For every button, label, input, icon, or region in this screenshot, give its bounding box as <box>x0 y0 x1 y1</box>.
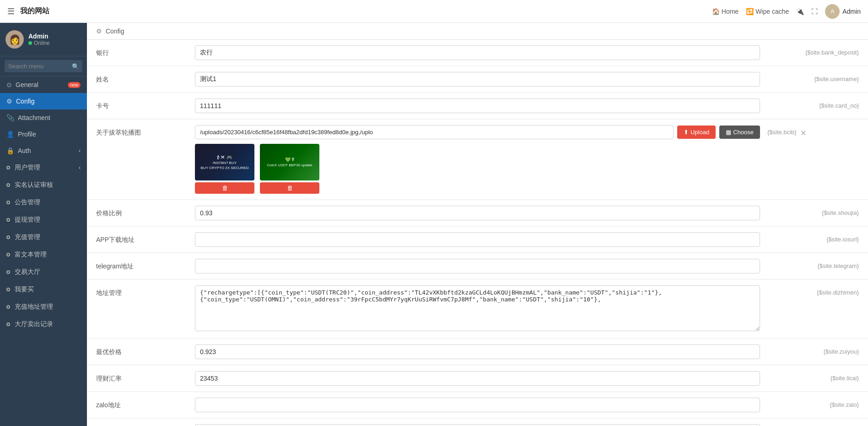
sidebar-item-withdrawal[interactable]: 提现管理 <box>0 211 87 229</box>
delete-image-1-button[interactable]: 🗑 <box>195 182 254 194</box>
telegram-label: telegram地址 <box>96 259 188 271</box>
sidebar-item-auth[interactable]: 🔒 Auth ‹ <box>0 142 87 159</box>
circle-icon <box>6 166 10 169</box>
bank-input[interactable] <box>195 45 760 60</box>
sidebar-item-label: 实名认证审核 <box>15 181 53 189</box>
sidebar-item-recharge-addr[interactable]: 充值地址管理 <box>0 298 87 316</box>
guarantee-input[interactable] <box>195 424 760 426</box>
image-placeholder-1: ₿ ✕ 🎮 INSTANT BUYBUY CRYPTO 2X SECURED <box>195 144 254 180</box>
search-input[interactable] <box>5 60 82 72</box>
sidebar-item-label: General <box>16 81 38 88</box>
name-hint: {$site.username} <box>767 72 859 82</box>
sidebar-item-general[interactable]: ⊙ General new <box>0 76 87 93</box>
sidebar-item-buy[interactable]: 我要买 <box>0 281 87 298</box>
address-textarea[interactable]: {"rechargetype":[{"coin_type":"USDT(TRC2… <box>195 285 760 331</box>
finance-rate-field <box>195 371 760 386</box>
app-body: 👩 Admin Online 🔍 ⊙ General new ⚙ Con <box>0 23 868 426</box>
telegram-field <box>195 259 760 273</box>
circle-icon <box>6 253 10 257</box>
banner-label: 关于拔萃轮播图 <box>96 125 188 137</box>
finance-rate-label: 理财汇率 <box>96 371 188 383</box>
sidebar-item-label: 富文本管理 <box>15 251 47 259</box>
sidebar-item-label: 提现管理 <box>15 216 40 224</box>
navbar: ☰ 我的网站 🏠 Home 🔁 Wipe cache 🔌 ⛶ A Admin <box>0 0 868 23</box>
best-price-field <box>195 344 760 359</box>
sidebar-item-label: Auth <box>18 147 31 154</box>
bank-hint: {$site.bank_deposit} <box>767 45 859 56</box>
sidebar-item-label: 我要买 <box>15 285 34 294</box>
form-row-guarantee: 保证金比例 {$site.baobi} <box>87 419 868 426</box>
image-thumb-2: 💚 ₮ CoinX USDT BEP20 update <box>260 144 319 180</box>
name-field <box>195 72 760 87</box>
price-input[interactable] <box>195 206 760 220</box>
file-path-input[interactable] <box>195 125 674 139</box>
zalo-input[interactable] <box>195 398 760 412</box>
telegram-input[interactable] <box>195 259 760 273</box>
new-badge: new <box>68 82 81 88</box>
best-price-input[interactable] <box>195 344 760 359</box>
general-icon: ⊙ <box>6 81 12 88</box>
best-price-hint: {$site.zuiyou} <box>767 344 859 355</box>
sidebar-item-announcement[interactable]: 公告管理 <box>0 194 87 211</box>
sidebar-item-richtext[interactable]: 富文本管理 <box>0 246 87 263</box>
delete-image-2-button[interactable]: 🗑 <box>260 182 319 194</box>
sidebar-item-label: Config <box>16 98 34 105</box>
navbar-right: 🏠 Home 🔁 Wipe cache 🔌 ⛶ A Admin <box>712 4 861 19</box>
puzzle-icon[interactable]: 🔌 <box>796 8 804 15</box>
card-input[interactable] <box>195 98 760 113</box>
upload-button[interactable]: ⬆ Upload <box>677 126 716 139</box>
circle-icon <box>6 218 10 222</box>
image-item-1: ₿ ✕ 🎮 INSTANT BUYBUY CRYPTO 2X SECURED 🗑 <box>195 144 254 194</box>
sidebar-item-kyc[interactable]: 实名认证审核 <box>0 176 87 194</box>
sidebar-item-label: 公告管理 <box>15 198 40 207</box>
bank-label: 银行 <box>96 45 188 57</box>
sidebar-item-label: Profile <box>18 131 36 138</box>
sidebar-item-profile[interactable]: 👤 Profile <box>0 126 87 142</box>
name-input[interactable] <box>195 72 760 87</box>
file-input-row: ⬆ Upload ▦ Choose <box>195 125 760 139</box>
sidebar-item-trading-hall[interactable]: 交易大厅 <box>0 263 87 281</box>
image-gallery: ₿ ✕ 🎮 INSTANT BUYBUY CRYPTO 2X SECURED 🗑 <box>195 144 760 194</box>
wipe-cache-link[interactable]: 🔁 Wipe cache <box>746 8 789 15</box>
clear-banner-button[interactable]: ✕ <box>800 129 806 137</box>
card-label: 卡号 <box>96 98 188 110</box>
circle-icon <box>6 183 10 187</box>
trash-icon: 🗑 <box>222 185 228 191</box>
chevron-icon: ‹ <box>79 147 81 154</box>
sidebar-item-label: 大厅卖出记录 <box>15 320 53 328</box>
sidebar-item-attachment[interactable]: 📎 Attachment <box>0 109 87 126</box>
fullscreen-icon[interactable]: ⛶ <box>811 8 818 15</box>
image-item-2: 💚 ₮ CoinX USDT BEP20 update 🗑 <box>260 144 319 194</box>
hamburger-icon[interactable]: ☰ <box>7 6 15 16</box>
zalo-field <box>195 398 760 412</box>
price-hint: {$site.shoujia} <box>767 206 859 216</box>
guarantee-hint: {$site.baobi} <box>767 424 859 426</box>
user-status: Online <box>28 40 50 46</box>
avatar: A <box>825 4 840 19</box>
finance-rate-input[interactable] <box>195 371 760 386</box>
sidebar-item-sell-records[interactable]: 大厅卖出记录 <box>0 316 87 333</box>
image-thumb-1: ₿ ✕ 🎮 INSTANT BUYBUY CRYPTO 2X SECURED <box>195 144 254 180</box>
address-label: 地址管理 <box>96 285 188 297</box>
sidebar-item-user-mgmt[interactable]: 用户管理 ‹ <box>0 159 87 176</box>
home-icon: 🏠 <box>712 8 720 15</box>
sidebar-item-label: 交易大厅 <box>15 268 40 276</box>
circle-icon <box>6 305 10 309</box>
sidebar-item-recharge[interactable]: 充值管理 <box>0 229 87 246</box>
sidebar-item-config[interactable]: ⚙ Config <box>0 93 87 109</box>
form-row-address: 地址管理 {"rechargetype":[{"coin_type":"USDT… <box>87 280 868 339</box>
main-content: ⚙ Config 银行 {$site.bank_deposit} 姓名 {$si… <box>87 23 868 426</box>
circle-icon <box>6 322 10 326</box>
sidebar-search-area: 🔍 <box>0 56 87 76</box>
sidebar-item-label: 用户管理 <box>15 164 40 172</box>
app-url-input[interactable] <box>195 232 760 247</box>
app-url-label: APP下载地址 <box>96 232 188 244</box>
trash-icon: 🗑 <box>287 185 293 191</box>
choose-button[interactable]: ▦ Choose <box>719 126 760 139</box>
banner-field: ⬆ Upload ▦ Choose <box>195 125 760 194</box>
image-placeholder-2: 💚 ₮ CoinX USDT BEP20 update <box>260 144 319 180</box>
guarantee-label: 保证金比例 <box>96 424 188 426</box>
search-button[interactable]: 🔍 <box>72 63 80 70</box>
form-row-best-price: 最优价格 {$site.zuiyou} <box>87 339 868 365</box>
home-link[interactable]: 🏠 Home <box>712 8 739 15</box>
